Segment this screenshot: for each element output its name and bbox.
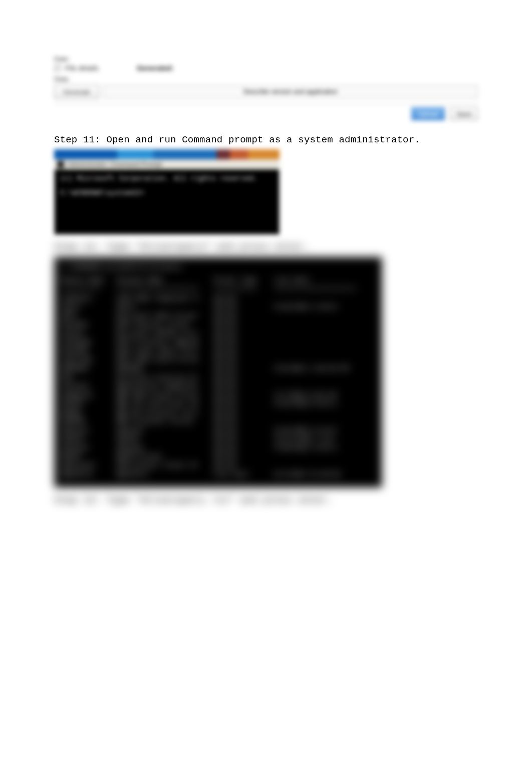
table-row: AcpiDevACPI Devices driverKernel (61, 320, 375, 329)
file-details-checkbox[interactable] (54, 65, 61, 72)
cmd-small-subtitle: Administrator: Command Prompt (54, 159, 280, 169)
table-row: amdxataamdxataKernel4/30/2015 6:55:3 (61, 444, 375, 453)
cell-c1: applocker (61, 461, 116, 470)
cell-c4: 8/2/2019 12:40:04 (274, 470, 375, 479)
cell-c3: Kernel (214, 426, 274, 435)
cell-c2: Smartlocker Filter Dr (116, 461, 214, 470)
file-details-label: File details (65, 64, 99, 72)
top-label-date: Date: (54, 55, 478, 63)
table-row: AppvStrmAppvStrmFile Syst8/2/2019 12:40:… (61, 470, 375, 479)
cell-c3: Kernel (214, 320, 274, 329)
cell-c3: Kernel (214, 373, 274, 382)
cell-c2: ACPI Power Meter Driv (116, 347, 214, 356)
table-row: 3ware3wareKernel5/18/2015 3:28:0 (61, 303, 375, 312)
cmd-large-prompt: C:\WINDOWS\system32>driverquery (61, 263, 375, 272)
table-row: AcpiPmiACPI Power Meter DrivKernel (61, 347, 375, 356)
cell-c3: Kernel (214, 417, 274, 426)
cell-c1: acpitime (61, 355, 116, 364)
cell-c3: Kernel (214, 444, 274, 453)
cmd-small-title: Administrator: Command Prompt (67, 161, 162, 168)
data-label: Data: (54, 75, 478, 83)
cell-c1: acpiex (61, 329, 116, 338)
table-row: ADP80XXADP80XXKernel4/9/2015 1:49:48 PM (61, 364, 375, 373)
cell-c1: AcpiDev (61, 320, 116, 329)
cell-c1: ADP80XX (61, 364, 116, 373)
hdr-type: Driver Type (214, 276, 274, 285)
cell-c1: 3ware (61, 303, 116, 312)
step-11-text: Step 11: Open and run Command prompt as … (54, 134, 478, 145)
table-row: amdi2cAMD I2C Controller SeKernel3/15/20… (61, 400, 375, 409)
table-row: 1394ohci1394 OHCI Compliant HKernel (61, 294, 375, 303)
cell-c1: acpipagr (61, 338, 116, 347)
cell-c2: ADP80XX (116, 364, 214, 373)
cell-c3: Kernel (214, 364, 274, 373)
cell-c3: Kernel (214, 338, 274, 347)
divider (54, 104, 478, 104)
table-row: ahcacheApplication CompatibiKernel (61, 382, 375, 391)
cell-c2: Ancillary Function Dr (116, 373, 214, 382)
table-row: acpipagrACPI Processor AggregKernel (61, 338, 375, 347)
cell-c3: Kernel (214, 382, 274, 391)
table-row: acpiexMicrosoft ACPIEx DrivKernel (61, 329, 375, 338)
cell-c4 (274, 373, 375, 382)
cell-c3: Kernel (214, 347, 274, 356)
cell-c4: 2/7/2019 8:52:29 (274, 391, 375, 400)
cmd-small-line2: C:\WINDOWS\system32> (60, 188, 274, 199)
generate-button[interactable]: Generate (54, 85, 99, 99)
cell-c3: Kernel (214, 355, 274, 364)
cell-c1: ACPI (61, 312, 116, 321)
cell-c4: 5/18/2015 3:28:0 (274, 303, 375, 312)
cmd-icon (57, 161, 64, 168)
cell-c2: AMD K8 Processor Driv (116, 409, 214, 418)
cell-c1: amdsata (61, 426, 116, 435)
cell-c4 (274, 338, 375, 347)
cell-c4: 3/15/2019 8:51:4 (274, 400, 375, 409)
cell-c3: Kernel (214, 435, 274, 444)
table-row: applockerSmartlocker Filter DrKernel (61, 461, 375, 470)
cell-c2: amdsata (116, 426, 214, 435)
cell-c3: Kernel (214, 329, 274, 338)
table-sep-row: ========== ===================== =======… (61, 284, 375, 293)
cell-c4: 12/11/2012 2:21: (274, 435, 375, 444)
cell-c1: AppID (61, 452, 116, 461)
cell-c1: AFD (61, 373, 116, 382)
hdr-date: Link Date (274, 276, 375, 285)
cell-c3: Kernel (214, 452, 274, 461)
cell-c2: Microsoft ACPI Driver (116, 312, 214, 321)
cell-c4 (274, 347, 375, 356)
hdr-module: Module Name (61, 276, 116, 285)
generated-label: Generated: (137, 64, 174, 72)
cell-c4 (274, 329, 375, 338)
step-13-text: Step 13: Type "driverquery /si" and pres… (54, 495, 478, 506)
table-row: AppIDAppID DriverKernel (61, 452, 375, 461)
cell-c4: 4/9/2015 1:49:48 PM (274, 364, 375, 373)
table-row: amdsbsamdsbsKernel12/11/2012 2:21: (61, 435, 375, 444)
cell-c1: AmdK8 (61, 409, 116, 418)
file-input[interactable]: Describe version and application (103, 85, 478, 98)
cmd-small-line1: (c) Microsoft Corporation. All rights re… (60, 173, 274, 184)
cell-c2: Application Compatibi (116, 382, 214, 391)
cmd-small-titlebar (54, 149, 280, 159)
step-12-text: Step 12: Type "driverquery" and press en… (54, 242, 478, 253)
table-header-row: Module Name Display Name Driver Type Lin… (61, 276, 375, 285)
upload-button[interactable]: Upload (411, 107, 445, 120)
cell-c3: Kernel (214, 312, 274, 321)
cell-c4 (274, 382, 375, 391)
table-row: ACPIMicrosoft ACPI DriverKernel (61, 312, 375, 321)
cell-c4 (274, 312, 375, 321)
cell-c2: AppID Driver (116, 452, 214, 461)
cell-c4: 5/14/2015 6:14:5 (274, 426, 375, 435)
cell-c2: ACPI Devices driver (116, 320, 214, 329)
cell-c2: ACPI Processor Aggreg (116, 338, 214, 347)
cell-c4 (274, 320, 375, 329)
cmd-window-small: Administrator: Command Prompt (c) Micros… (54, 149, 280, 235)
table-row: AmdK8AMD K8 Processor DrivKernel (61, 409, 375, 418)
cell-c1: amdgpio2 (61, 391, 116, 400)
cell-c2: Microsoft ACPIEx Driv (116, 329, 214, 338)
top-dialog-panel: Date: File details Generated: Data: Gene… (54, 55, 478, 120)
cell-c1: amdsbs (61, 435, 116, 444)
cell-c4 (274, 409, 375, 418)
cell-c1: AmdPPM (61, 417, 116, 426)
save-button[interactable]: Save (450, 107, 478, 120)
cell-c2: AMD Processor Driver (116, 417, 214, 426)
